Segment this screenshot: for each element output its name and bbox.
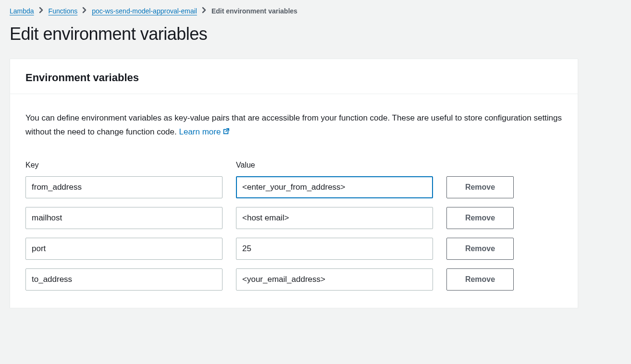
env-value-input[interactable] <box>236 268 433 291</box>
remove-button[interactable]: Remove <box>446 207 514 229</box>
env-key-input[interactable] <box>25 238 223 260</box>
env-key-input[interactable] <box>25 176 223 198</box>
chevron-right-icon <box>39 7 44 15</box>
learn-more-link[interactable]: Learn more <box>179 127 229 136</box>
panel-header: Environment variables <box>10 59 578 94</box>
env-key-input[interactable] <box>25 268 223 291</box>
env-key-input[interactable] <box>25 207 223 229</box>
remove-button[interactable]: Remove <box>446 176 514 198</box>
env-value-input[interactable] <box>236 207 433 229</box>
remove-button[interactable]: Remove <box>446 268 514 291</box>
remove-button[interactable]: Remove <box>446 238 514 260</box>
env-vars-panel: Environment variables You can define env… <box>10 59 578 308</box>
chevron-right-icon <box>82 7 87 15</box>
panel-description: You can define environment variables as … <box>25 111 562 140</box>
breadcrumb-link-function-name[interactable]: poc-ws-send-model-approval-email <box>92 7 197 15</box>
external-link-icon <box>223 126 229 140</box>
breadcrumb-link-lambda[interactable]: Lambda <box>10 7 34 15</box>
column-header-value: Value <box>236 161 433 170</box>
column-header-key: Key <box>25 161 223 170</box>
env-value-input[interactable] <box>236 176 433 198</box>
breadcrumb-link-functions[interactable]: Functions <box>49 7 78 15</box>
breadcrumb: Lambda Functions poc-ws-send-model-appro… <box>10 7 621 15</box>
chevron-right-icon <box>202 7 207 15</box>
column-header-actions <box>446 164 514 164</box>
page-title: Edit environment variables <box>10 24 621 44</box>
panel-title: Environment variables <box>25 72 562 84</box>
env-vars-grid: Key Value Remove Remove Remove Remove <box>25 161 562 291</box>
env-value-input[interactable] <box>236 238 433 260</box>
breadcrumb-current: Edit environment variables <box>211 7 297 15</box>
